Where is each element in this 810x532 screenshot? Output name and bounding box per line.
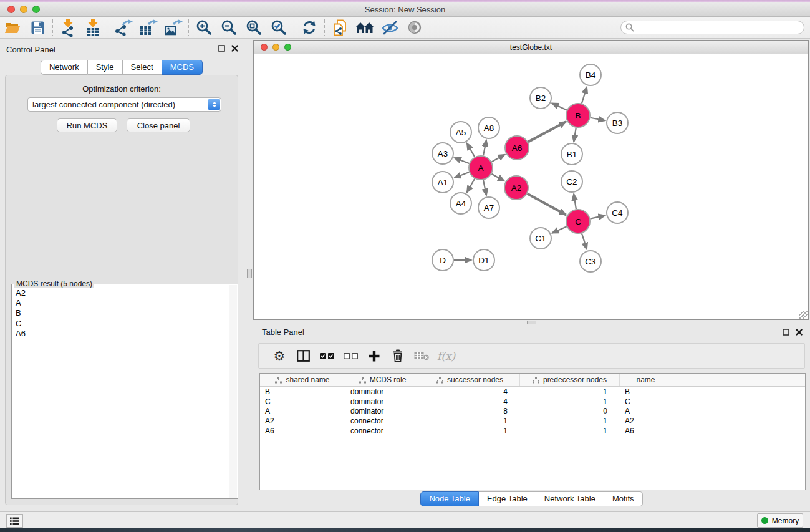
home-button[interactable] [352, 18, 377, 37]
list-item[interactable]: A [16, 298, 228, 308]
svg-text:C: C [575, 217, 581, 226]
tab-style[interactable]: Style [88, 60, 123, 75]
graph-node[interactable]: A8 [478, 117, 499, 138]
list-item[interactable]: C [16, 319, 228, 329]
list-item[interactable]: A2 [16, 288, 228, 298]
zoom-selected-button[interactable] [266, 18, 291, 37]
delete-table-button[interactable] [410, 346, 433, 367]
column-header[interactable]: name [620, 374, 672, 386]
tab-node-table[interactable]: Node Table [420, 491, 479, 506]
network-graph[interactable]: B4B2BB3A5A8A6B1A3AA1C2A2A4A7CC4C1C3DD1 [254, 54, 808, 319]
refresh-view-button[interactable] [297, 18, 322, 37]
scrollbar-track[interactable] [229, 285, 237, 498]
zoom-out-button[interactable] [216, 18, 241, 37]
svg-text:B: B [575, 111, 581, 120]
network-window-titlebar[interactable]: testGlobe.txt [254, 41, 808, 54]
optimization-criterion-dropdown[interactable]: largest connected component (directed) [27, 97, 221, 112]
graph-node[interactable]: A6 [505, 136, 529, 160]
hide-graphics-details-button[interactable] [377, 18, 402, 37]
list-item[interactable]: A6 [16, 329, 228, 339]
tab-select[interactable]: Select [123, 60, 162, 75]
table-row[interactable]: Adominator80A [260, 407, 805, 417]
graph-node[interactable]: B4 [580, 64, 601, 85]
graph-node[interactable]: A2 [504, 176, 528, 200]
graph-node[interactable]: A4 [450, 193, 471, 214]
zoom-fit-button[interactable] [241, 18, 266, 37]
export-image-button[interactable] [161, 18, 186, 37]
graph-node[interactable]: C3 [580, 251, 601, 272]
mcds-result-list[interactable]: A2 A B C A6 [12, 287, 228, 498]
new-network-from-selection-button[interactable] [327, 18, 352, 37]
column-header[interactable] [672, 374, 805, 386]
close-panel-button[interactable]: Close panel [127, 118, 190, 132]
table-settings-button[interactable]: ⚙ [268, 346, 291, 367]
table-cell: B [620, 387, 672, 397]
resize-grip-icon[interactable] [799, 311, 808, 319]
column-header[interactable]: shared name [260, 374, 345, 386]
table-toolbar: ⚙ [258, 343, 805, 369]
save-session-button[interactable] [25, 18, 50, 37]
show-graphics-details-button[interactable] [402, 18, 427, 37]
tab-mcds[interactable]: MCDS [162, 60, 203, 75]
table-cell: A2 [620, 416, 672, 426]
graph-node[interactable]: A3 [432, 143, 453, 164]
column-header[interactable]: MCDS role [345, 374, 420, 386]
search-field[interactable] [620, 21, 804, 34]
zoom-in-icon [196, 19, 212, 36]
graph-node[interactable]: D1 [473, 249, 494, 271]
task-history-button[interactable] [6, 514, 23, 528]
search-input[interactable] [634, 23, 804, 32]
table-row[interactable]: A2connector11A2 [260, 416, 805, 426]
list-item[interactable]: B [16, 308, 228, 318]
main-titlebar[interactable]: Session: New Session [0, 2, 810, 17]
import-table-button[interactable] [80, 18, 105, 37]
export-table-button[interactable] [136, 18, 161, 37]
tab-motifs[interactable]: Motifs [604, 491, 643, 506]
column-visibility-button[interactable] [291, 346, 315, 367]
table-row[interactable]: Bdominator41B [260, 387, 805, 397]
float-panel-icon[interactable] [783, 329, 789, 336]
column-header[interactable]: predecessor nodes [520, 374, 620, 386]
graph-node[interactable]: A7 [478, 197, 499, 218]
delete-column-button[interactable] [386, 346, 410, 367]
export-network-button[interactable] [111, 18, 136, 37]
zoom-selected-icon [271, 19, 287, 36]
run-mcds-button[interactable]: Run MCDS [57, 118, 117, 132]
graph-node[interactable]: B [566, 104, 590, 127]
tab-network-table[interactable]: Network Table [536, 491, 604, 506]
select-all-button[interactable] [315, 346, 339, 367]
graph-node[interactable]: A1 [432, 172, 453, 193]
graph-node[interactable]: A [469, 156, 493, 180]
tab-edge-table[interactable]: Edge Table [479, 491, 536, 506]
graph-node[interactable]: C [566, 210, 590, 233]
float-panel-icon[interactable] [218, 45, 225, 52]
network-window-title: testGlobe.txt [254, 43, 808, 52]
memory-button[interactable]: Memory [757, 513, 803, 528]
network-canvas[interactable]: B4B2BB3A5A8A6B1A3AA1C2A2A4A7CC4C1C3DD1 [254, 54, 808, 319]
close-panel-icon[interactable] [796, 329, 803, 336]
add-column-button[interactable] [362, 346, 386, 367]
graph-node[interactable]: C2 [561, 171, 582, 192]
open-session-button[interactable] [0, 18, 25, 37]
vertical-split-handle[interactable] [247, 269, 252, 278]
graph-node[interactable]: B1 [561, 143, 582, 165]
graph-node[interactable]: C1 [530, 228, 551, 249]
tab-network[interactable]: Network [41, 60, 88, 75]
close-panel-icon[interactable] [231, 45, 238, 52]
import-network-button[interactable] [55, 18, 80, 37]
zoom-in-button[interactable] [191, 18, 216, 37]
column-header[interactable]: successor nodes [420, 374, 520, 386]
table-header-row[interactable]: shared nameMCDS rolesuccessor nodesprede… [260, 374, 805, 387]
function-builder-button[interactable]: f(x) [433, 346, 459, 367]
table-row[interactable]: A6connector11A6 [260, 426, 805, 436]
graph-node[interactable]: D [432, 249, 453, 271]
svg-text:C3: C3 [585, 257, 595, 266]
table-row[interactable]: Cdominator41C [260, 397, 805, 407]
graph-node[interactable]: B3 [607, 112, 628, 133]
graph-node[interactable]: B2 [530, 87, 551, 109]
network-view-window[interactable]: testGlobe.txt B4B2BB3A5A8A6B1A3AA1C2A2A4… [253, 40, 809, 320]
graph-node[interactable]: A5 [450, 122, 471, 143]
deselect-all-button[interactable] [339, 346, 362, 367]
graph-node[interactable]: C4 [607, 202, 628, 223]
save-icon [31, 21, 44, 34]
